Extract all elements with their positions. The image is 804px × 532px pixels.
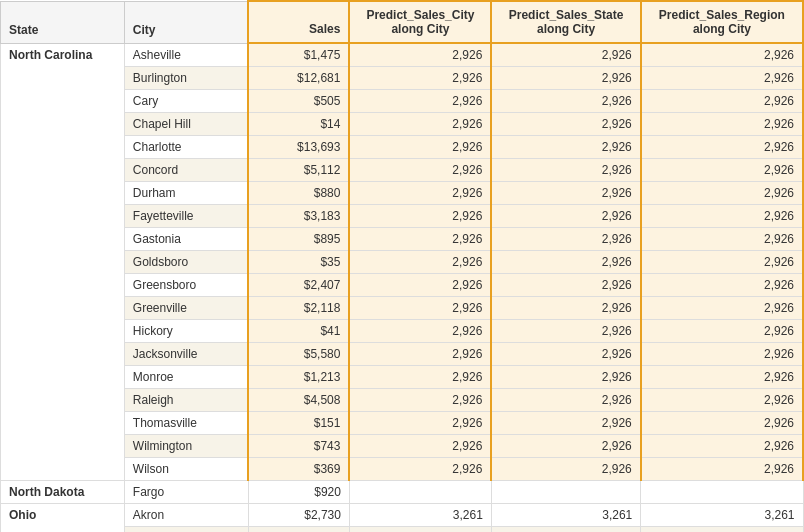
predict-region-cell: 2,926	[641, 136, 803, 159]
predict-state-cell: 2,926	[491, 136, 640, 159]
predict-city-cell: 2,926	[349, 90, 491, 113]
predict-region-cell: 2,926	[641, 435, 803, 458]
sales-cell: $14	[248, 113, 349, 136]
predict-city-cell: 2,926	[349, 343, 491, 366]
predict-city-cell: 2,926	[349, 205, 491, 228]
sales-cell: $2,730	[248, 504, 349, 527]
sales-cell: $5,580	[248, 343, 349, 366]
city-cell: Goldsboro	[124, 251, 248, 274]
sales-cell: $1,866	[248, 527, 349, 533]
predict-region-cell: 2,926	[641, 182, 803, 205]
predict-region-cell: 2,926	[641, 228, 803, 251]
sales-cell: $41	[248, 320, 349, 343]
predict-state-cell: 2,926	[491, 435, 640, 458]
city-cell: Monroe	[124, 366, 248, 389]
sales-cell: $920	[248, 481, 349, 504]
sales-cell: $369	[248, 458, 349, 481]
sales-cell: $4,508	[248, 389, 349, 412]
sales-cell: $505	[248, 90, 349, 113]
sales-cell: $2,407	[248, 274, 349, 297]
predict-city-cell: 2,926	[349, 320, 491, 343]
predict-state-cell: 2,926	[491, 412, 640, 435]
predict-state-cell: 2,926	[491, 389, 640, 412]
predict-state-cell: 2,926	[491, 251, 640, 274]
predict-city-cell: 3,261	[349, 504, 491, 527]
sales-cell: $2,118	[248, 297, 349, 320]
city-cell: Bowling Green	[124, 527, 248, 533]
header-state: State	[1, 1, 125, 43]
city-cell: Wilson	[124, 458, 248, 481]
predict-city-cell: 2,926	[349, 43, 491, 67]
sales-cell: $13,693	[248, 136, 349, 159]
predict-city-cell: 2,926	[349, 297, 491, 320]
city-cell: Greensboro	[124, 274, 248, 297]
header-sales: Sales	[248, 1, 349, 43]
header-predict-city: Predict_Sales_City along City	[349, 1, 491, 43]
header-predict-region: Predict_Sales_Region along City	[641, 1, 803, 43]
predict-region-cell	[641, 481, 803, 504]
city-cell: Jacksonville	[124, 343, 248, 366]
predict-city-cell: 2,926	[349, 251, 491, 274]
predict-state-cell: 2,926	[491, 90, 640, 113]
predict-region-cell: 2,926	[641, 458, 803, 481]
predict-state-cell: 2,926	[491, 297, 640, 320]
state-cell: North Dakota	[1, 481, 125, 504]
sales-cell: $743	[248, 435, 349, 458]
sales-cell: $35	[248, 251, 349, 274]
sales-cell: $1,213	[248, 366, 349, 389]
city-cell: Akron	[124, 504, 248, 527]
predict-region-cell: 2,926	[641, 43, 803, 67]
city-cell: Concord	[124, 159, 248, 182]
sales-cell: $151	[248, 412, 349, 435]
predict-state-cell: 2,926	[491, 366, 640, 389]
predict-region-cell: 2,926	[641, 389, 803, 412]
predict-state-cell: 2,926	[491, 205, 640, 228]
sales-cell: $5,112	[248, 159, 349, 182]
predict-city-cell: 3,261	[349, 527, 491, 533]
predict-city-cell: 2,926	[349, 274, 491, 297]
predict-region-cell: 2,926	[641, 343, 803, 366]
predict-state-cell: 2,926	[491, 159, 640, 182]
sales-cell: $1,475	[248, 43, 349, 67]
predict-state-cell: 2,926	[491, 182, 640, 205]
predict-state-cell: 2,926	[491, 43, 640, 67]
predict-region-cell: 2,926	[641, 412, 803, 435]
city-cell: Chapel Hill	[124, 113, 248, 136]
predict-region-cell: 2,926	[641, 297, 803, 320]
predict-region-cell: 2,926	[641, 67, 803, 90]
header-predict-state: Predict_Sales_State along City	[491, 1, 640, 43]
city-cell: Wilmington	[124, 435, 248, 458]
predict-region-cell: 2,926	[641, 90, 803, 113]
predict-state-cell: 2,926	[491, 228, 640, 251]
predict-city-cell	[349, 481, 491, 504]
predict-region-cell: 2,926	[641, 320, 803, 343]
predict-state-cell: 2,926	[491, 320, 640, 343]
predict-region-cell: 2,926	[641, 251, 803, 274]
predict-state-cell: 2,926	[491, 458, 640, 481]
predict-city-cell: 2,926	[349, 228, 491, 251]
city-cell: Burlington	[124, 67, 248, 90]
predict-city-cell: 2,926	[349, 159, 491, 182]
predict-city-cell: 2,926	[349, 458, 491, 481]
predict-state-cell: 2,926	[491, 343, 640, 366]
predict-state-cell	[491, 481, 640, 504]
city-cell: Fargo	[124, 481, 248, 504]
city-cell: Fayetteville	[124, 205, 248, 228]
data-table: State City Sales Predict_Sales_City alon…	[0, 0, 804, 532]
city-cell: Durham	[124, 182, 248, 205]
city-cell: Thomasville	[124, 412, 248, 435]
predict-region-cell: 2,926	[641, 159, 803, 182]
city-cell: Raleigh	[124, 389, 248, 412]
predict-city-cell: 2,926	[349, 67, 491, 90]
predict-city-cell: 2,926	[349, 366, 491, 389]
predict-state-cell: 3,261	[491, 504, 640, 527]
predict-state-cell: 3,261	[491, 527, 640, 533]
header-city: City	[124, 1, 248, 43]
table-container: State City Sales Predict_Sales_City alon…	[0, 0, 804, 532]
predict-region-cell: 3,261	[641, 504, 803, 527]
sales-cell: $895	[248, 228, 349, 251]
city-cell: Hickory	[124, 320, 248, 343]
state-cell: North Carolina	[1, 43, 125, 481]
sales-cell: $880	[248, 182, 349, 205]
sales-cell: $12,681	[248, 67, 349, 90]
